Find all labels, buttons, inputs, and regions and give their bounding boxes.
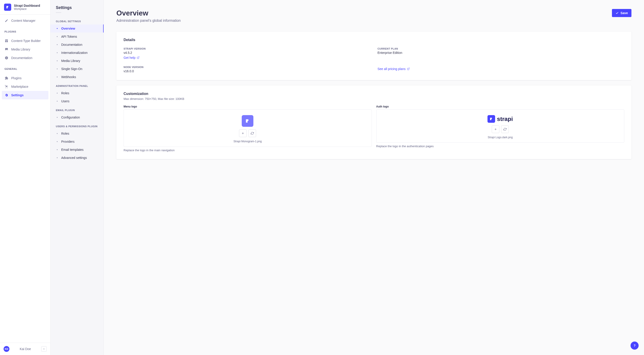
settings-item-roles[interactable]: Roles	[50, 130, 104, 138]
auth-logo-help: Replace the logo in the authentication p…	[376, 145, 624, 148]
page-title: Overview	[116, 9, 181, 17]
nav-plugins[interactable]: Plugins	[2, 74, 48, 82]
bullet-icon	[57, 149, 58, 150]
user-footer: KD Kai Doe	[0, 343, 50, 355]
settings-item-label: Roles	[61, 91, 69, 95]
brand[interactable]: Strapi Dashboard Workplace	[0, 0, 50, 15]
nav-content-manager[interactable]: Content Manager	[2, 16, 48, 25]
auth-logo-filename: Strapi Logo.dark.png	[488, 136, 512, 139]
info-icon	[4, 56, 8, 60]
user-name: Kai Doe	[10, 347, 41, 351]
settings-item-label: Overview	[61, 27, 75, 30]
settings-item-configuration[interactable]: Configuration	[50, 113, 104, 121]
external-link-icon	[137, 56, 140, 59]
nav-marketplace[interactable]: Marketplace	[2, 82, 48, 91]
strapi-version-label: STRAPI VERSION	[124, 47, 370, 50]
pricing-plans-link[interactable]: See all pricing plans	[378, 67, 410, 71]
settings-section-label: GLOBAL SETTINGS	[50, 16, 104, 25]
get-help-link[interactable]: Get help	[124, 56, 140, 60]
settings-item-users[interactable]: Users	[50, 97, 104, 105]
settings-item-label: API Tokens	[61, 35, 77, 38]
settings-title: Settings	[50, 6, 104, 12]
menu-logo-help: Replace the logo in the main navigation	[124, 149, 372, 152]
refresh-icon	[251, 132, 254, 135]
settings-section-label: USERS & PERMISSIONS PLUGIN	[50, 121, 104, 130]
current-plan-label: CURRENT PLAN	[378, 47, 624, 50]
customization-hint: Max dimension: 750×750, Max file size: 1…	[124, 97, 624, 101]
nav-documentation[interactable]: Documentation	[2, 54, 48, 62]
nav-content-type-builder[interactable]: Content-Type Builder	[2, 37, 48, 45]
collapse-button[interactable]	[41, 346, 47, 352]
strapi-mark-icon	[488, 115, 495, 123]
settings-item-label: Single Sign-On	[61, 67, 82, 71]
divider	[56, 12, 61, 13]
avatar[interactable]: KD	[4, 346, 10, 352]
bullet-icon	[57, 141, 58, 142]
node-version-label: NODE VERSION	[124, 66, 370, 69]
save-button[interactable]: Save	[612, 9, 632, 17]
auth-logo-box: strapi Strapi Logo.dark.png	[376, 110, 624, 143]
customization-card: Customization Max dimension: 750×750, Ma…	[116, 86, 632, 159]
strapi-version-value: v4.5.2	[124, 51, 370, 55]
settings-sidebar: Settings GLOBAL SETTINGSOverviewAPI Toke…	[50, 0, 104, 355]
customization-title: Customization	[124, 92, 624, 96]
settings-section-label: EMAIL PLUGIN	[50, 105, 104, 113]
settings-item-single-sign-on[interactable]: Single Sign-On	[50, 65, 104, 73]
settings-item-overview[interactable]: Overview	[50, 25, 104, 33]
brand-title: Strapi Dashboard	[14, 4, 40, 8]
refresh-icon	[504, 128, 506, 131]
menu-logo-add-button[interactable]	[239, 130, 247, 137]
bullet-icon	[57, 28, 58, 29]
puzzle-icon	[4, 76, 8, 80]
nav-settings[interactable]: Settings	[2, 91, 48, 99]
settings-item-roles[interactable]: Roles	[50, 89, 104, 97]
auth-logo-preview: strapi	[488, 115, 513, 123]
settings-item-label: Users	[61, 99, 70, 103]
menu-logo-preview	[242, 115, 254, 127]
bullet-icon	[57, 101, 58, 102]
image-icon	[4, 47, 8, 51]
current-plan-value: Enterprise Edition	[378, 51, 624, 55]
settings-item-media-library[interactable]: Media Library	[50, 57, 104, 65]
settings-item-label: Providers	[61, 140, 74, 143]
bullet-icon	[57, 69, 58, 69]
settings-item-label: Webhooks	[61, 75, 76, 79]
details-title: Details	[124, 38, 624, 42]
settings-item-label: Internationalization	[61, 51, 88, 55]
settings-item-webhooks[interactable]: Webhooks	[50, 73, 104, 81]
settings-item-documentation[interactable]: Documentation	[50, 41, 104, 49]
auth-logo-add-button[interactable]	[492, 125, 499, 133]
bullet-icon	[57, 117, 58, 118]
external-link-icon	[407, 68, 410, 70]
gear-icon	[4, 93, 8, 97]
main-sidebar: Strapi Dashboard Workplace Content Manag…	[0, 0, 50, 355]
settings-item-api-tokens[interactable]: API Tokens	[50, 33, 104, 41]
menu-logo-reset-button[interactable]	[248, 130, 256, 137]
bullet-icon	[57, 44, 58, 45]
bullet-icon	[57, 93, 58, 94]
settings-item-label: Media Library	[61, 59, 80, 63]
auth-logo-reset-button[interactable]	[501, 125, 509, 133]
strapi-logo-icon	[4, 4, 11, 11]
settings-item-label: Email templates	[61, 148, 84, 151]
bullet-icon	[57, 60, 58, 61]
settings-item-email-templates[interactable]: Email templates	[50, 146, 104, 154]
page-subtitle: Administration panel's global informatio…	[116, 19, 181, 23]
brand-subtitle: Workplace	[14, 8, 40, 11]
menu-logo-label: Menu logo	[124, 105, 372, 108]
main-content: Overview Administration panel's global i…	[104, 0, 644, 355]
pencil-icon	[4, 19, 8, 23]
check-icon	[616, 12, 619, 15]
settings-item-internationalization[interactable]: Internationalization	[50, 49, 104, 57]
plus-icon	[494, 128, 497, 131]
settings-item-label: Roles	[61, 132, 69, 135]
bullet-icon	[57, 157, 58, 158]
menu-logo-filename: Strapi Monogram-1.png	[234, 140, 262, 143]
settings-item-providers[interactable]: Providers	[50, 138, 104, 146]
nav-section-general: GENERAL	[0, 64, 50, 72]
layout-icon	[4, 39, 8, 43]
nav-media-library[interactable]: Media Library	[2, 45, 48, 54]
bullet-icon	[57, 36, 58, 37]
settings-item-advanced-settings[interactable]: Advanced settings	[50, 154, 104, 162]
help-fab[interactable]: ?	[630, 341, 638, 349]
